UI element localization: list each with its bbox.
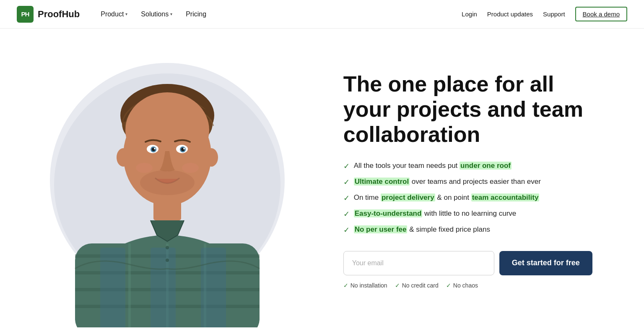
- feature-text-5: No per user fee & simple fixed price pla…: [354, 225, 490, 235]
- svg-point-28: [140, 170, 195, 195]
- subtext-check-icon-2: ✓: [395, 282, 400, 289]
- hero-headline: The one place for all your projects and …: [343, 72, 603, 147]
- email-input[interactable]: [343, 251, 494, 275]
- subtext-check-icon-1: ✓: [343, 282, 348, 289]
- nav-support[interactable]: Support: [543, 10, 565, 18]
- check-icon-3: ✓: [343, 193, 350, 204]
- check-icon-4: ✓: [343, 209, 350, 220]
- person-svg: [46, 42, 289, 327]
- hero-person-image: [37, 34, 297, 327]
- svg-rect-12: [201, 248, 226, 327]
- hero-section: The one place for all your projects and …: [0, 29, 644, 332]
- get-started-button[interactable]: Get started for free: [499, 251, 592, 275]
- hero-features-list: ✓ All the tools your team needs put unde…: [343, 161, 619, 236]
- svg-rect-11: [151, 248, 176, 327]
- nav-product-updates[interactable]: Product updates: [487, 10, 533, 18]
- svg-point-31: [166, 246, 169, 249]
- feature-text-3: On time project delivery & on point team…: [354, 193, 540, 203]
- svg-point-29: [117, 148, 130, 167]
- hero-content: The one place for all your projects and …: [335, 47, 644, 314]
- highlight-project-delivery: project delivery: [381, 193, 435, 201]
- nav-product-label: Product: [101, 10, 124, 18]
- subtext-label-3: No chaos: [453, 282, 478, 289]
- svg-point-24: [154, 148, 156, 149]
- feature-item-3: ✓ On time project delivery & on point te…: [343, 193, 619, 204]
- nav-login[interactable]: Login: [462, 10, 477, 18]
- feature-item-4: ✓ Easy-to-understand with little to no l…: [343, 209, 619, 220]
- logo-name: ProofHub: [38, 9, 80, 20]
- cta-subtext: ✓ No installation ✓ No credit card ✓ No …: [343, 282, 619, 289]
- feature-text-4: Easy-to-understand with little to no lea…: [354, 209, 517, 219]
- check-icon-2: ✓: [343, 177, 350, 188]
- feature-item-2: ✓ Ultimate control over teams and projec…: [343, 177, 619, 188]
- highlight-easy-to-understand: Easy-to-understand: [354, 209, 423, 217]
- chevron-down-icon: ▾: [170, 12, 172, 16]
- navbar: PH ProofHub Product ▾ Solutions ▾ Pricin…: [0, 0, 644, 29]
- highlight-no-per-user-fee: No per user fee: [354, 225, 408, 233]
- subtext-label-1: No installation: [351, 282, 387, 289]
- svg-point-26: [136, 163, 153, 173]
- subtext-no-chaos: ✓ No chaos: [446, 282, 478, 289]
- svg-rect-10: [100, 248, 125, 327]
- highlight-team-accountability: team accountability: [471, 193, 540, 201]
- svg-point-32: [166, 259, 169, 262]
- nav-product[interactable]: Product ▾: [95, 7, 133, 21]
- highlight-under-one-roof: under one roof: [460, 162, 512, 170]
- svg-point-25: [183, 148, 185, 149]
- feature-text-1: All the tools your team needs put under …: [354, 161, 512, 171]
- logo[interactable]: PH ProofHub: [17, 6, 80, 23]
- subtext-check-icon-3: ✓: [446, 282, 451, 289]
- chevron-down-icon: ▾: [125, 12, 127, 16]
- svg-point-27: [182, 163, 199, 173]
- nav-right: Login Product updates Support Book a dem…: [462, 7, 627, 21]
- check-icon-1: ✓: [343, 161, 350, 172]
- nav-book-demo[interactable]: Book a demo: [575, 7, 627, 21]
- subtext-label-2: No credit card: [402, 282, 439, 289]
- nav-solutions[interactable]: Solutions ▾: [135, 7, 178, 21]
- highlight-ultimate-control: Ultimate control: [354, 178, 410, 186]
- subtext-no-installation: ✓ No installation: [343, 282, 387, 289]
- check-icon-5: ✓: [343, 225, 350, 235]
- logo-icon: PH: [17, 6, 34, 23]
- nav-solutions-label: Solutions: [141, 10, 169, 18]
- hero-image-area: [0, 29, 335, 332]
- svg-point-30: [205, 148, 218, 167]
- feature-text-2: Ultimate control over teams and projects…: [354, 177, 541, 187]
- nav-pricing[interactable]: Pricing: [180, 7, 212, 21]
- feature-item-5: ✓ No per user fee & simple fixed price p…: [343, 225, 619, 235]
- nav-pricing-label: Pricing: [186, 10, 206, 18]
- feature-item-1: ✓ All the tools your team needs put unde…: [343, 161, 619, 172]
- cta-row: Get started for free: [343, 251, 619, 275]
- nav-left: Product ▾ Solutions ▾ Pricing: [95, 7, 462, 21]
- subtext-no-credit-card: ✓ No credit card: [395, 282, 439, 289]
